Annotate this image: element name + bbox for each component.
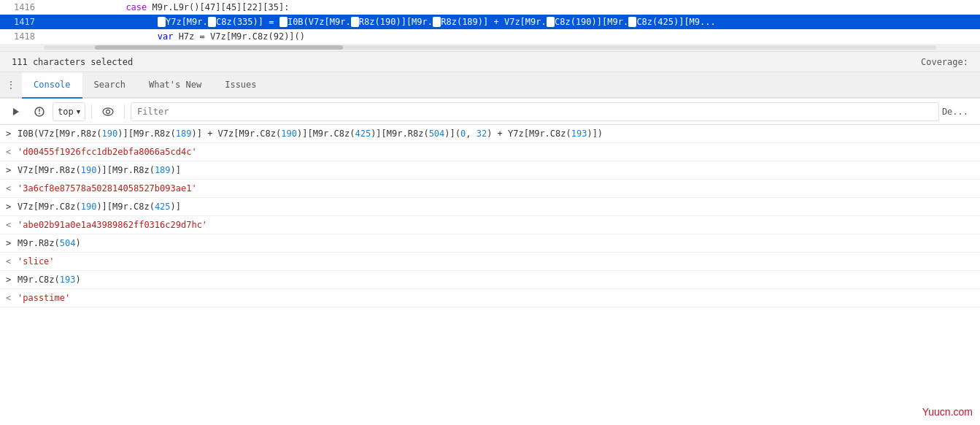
scrollbar-thumb[interactable] [95, 45, 343, 50]
code-editor: 1416 case M9r.L9r()[47][45][22][35]: 141… [0, 0, 980, 52]
entry-collapse-icon-4[interactable]: < [6, 182, 18, 195]
code-content-1418: var H7z = V7z[M9r.C8z(92)]() [44, 29, 980, 44]
eye-icon [102, 107, 114, 116]
svg-point-4 [103, 108, 113, 115]
code-line-1416: 1416 case M9r.L9r()[47][45][22][35]: [0, 0, 980, 15]
console-entry-8: < 'slice' [0, 253, 980, 271]
filter-input[interactable] [131, 102, 939, 121]
toolbar-divider [91, 104, 92, 119]
console-entry-2: < 'd00455f1926fcc1db2ebfa8066a5cd4c' [0, 143, 980, 161]
console-entry-6: < 'abe02b91a0e1a43989862ff0316c29d7hc' [0, 216, 980, 234]
execute-icon [11, 107, 21, 117]
entry-content-5: V7z[M9r.C8z(190)][M9r.C8z(425)] [18, 200, 974, 213]
clear-icon [34, 107, 45, 117]
tab-more-button[interactable]: ⋮ [0, 72, 22, 97]
entry-collapse-icon-2[interactable]: < [6, 145, 18, 158]
entry-expand-icon-5[interactable]: > [6, 200, 18, 213]
code-line-1417: 1417 ▶Y7z[M9r.▶C8z(335)] = ▶I0B(V7z[M9r.… [0, 15, 980, 29]
console-output: > I0B(V7z[M9r.R8z(190)][M9r.R8z(189)] + … [0, 125, 980, 425]
svg-point-5 [107, 110, 110, 113]
entry-collapse-icon-8[interactable]: < [6, 255, 18, 268]
entry-expand-icon-3[interactable]: > [6, 164, 18, 177]
tab-search-label: Search [94, 80, 126, 90]
console-toolbar: top ▼ De... [0, 99, 980, 125]
console-entry-10: < 'passtime' [0, 289, 980, 307]
console-entry-1: > I0B(V7z[M9r.R8z(190)][M9r.R8z(189)] + … [0, 125, 980, 143]
console-entries-list: > I0B(V7z[M9r.R8z(190)][M9r.R8z(189)] + … [0, 125, 980, 425]
context-selector[interactable]: top ▼ [53, 102, 85, 121]
tab-issues-label: Issues [225, 80, 256, 90]
entry-content-9: M9r.C8z(193) [18, 273, 974, 286]
scrollbar-track[interactable] [44, 45, 936, 50]
toolbar-divider2 [124, 104, 125, 119]
tab-whats-new-label: What's New [149, 80, 201, 90]
coverage-label: Coverage: [921, 57, 968, 67]
console-entry-3: > V7z[M9r.R8z(190)][M9r.R8z(189)] [0, 161, 980, 180]
devtools-extra-label: De... [942, 107, 974, 117]
live-expressions-button[interactable] [98, 102, 118, 122]
entry-content-7: M9r.R8z(504) [18, 237, 974, 250]
svg-marker-0 [13, 108, 19, 115]
tab-search[interactable]: Search [82, 72, 137, 99]
execute-button[interactable] [6, 102, 26, 122]
tab-issues[interactable]: Issues [213, 72, 268, 99]
console-entry-4: < '3a6cf8e87578a502814058527b093ae1' [0, 180, 980, 198]
entry-content-2: 'd00455f1926fcc1db2ebfa8066a5cd4c' [18, 145, 974, 158]
line-number-1417: 1417 [0, 15, 44, 29]
line-number-1418: 1418 [0, 29, 44, 44]
selected-chars-count: 111 characters selected [12, 57, 133, 67]
more-icon: ⋮ [7, 80, 15, 90]
code-line-1418: 1418 var H7z = V7z[M9r.C8z(92)]() [0, 29, 980, 44]
status-bar: 111 characters selected Coverage: [0, 52, 980, 72]
entry-expand-icon-1[interactable]: > [6, 127, 18, 140]
entry-collapse-icon-10[interactable]: < [6, 291, 18, 305]
dropdown-chevron-icon: ▼ [77, 108, 80, 115]
code-scrollbar[interactable] [0, 44, 980, 51]
entry-expand-icon-9[interactable]: > [6, 273, 18, 286]
code-content-1417: ▶Y7z[M9r.▶C8z(335)] = ▶I0B(V7z[M9r.▶R8z(… [44, 15, 980, 29]
tab-console-label: Console [34, 80, 71, 90]
svg-point-3 [39, 112, 40, 114]
entry-collapse-icon-6[interactable]: < [6, 218, 18, 231]
code-content-1416: case M9r.L9r()[47][45][22][35]: [44, 0, 980, 15]
entry-content-10: 'passtime' [18, 291, 974, 305]
console-entry-9: > M9r.C8z(193) [0, 271, 980, 289]
clear-console-button[interactable] [29, 102, 50, 122]
entry-expand-icon-7[interactable]: > [6, 237, 18, 250]
entry-content-1: I0B(V7z[M9r.R8z(190)][M9r.R8z(189)] + V7… [18, 127, 974, 140]
console-entry-7: > M9r.R8z(504) [0, 234, 980, 253]
devtools-tab-bar: ⋮ Console Search What's New Issues [0, 72, 980, 99]
tab-whats-new[interactable]: What's New [137, 72, 213, 99]
tab-console[interactable]: Console [22, 72, 82, 99]
entry-content-3: V7z[M9r.R8z(190)][M9r.R8z(189)] [18, 164, 974, 177]
entry-content-4: '3a6cf8e87578a502814058527b093ae1' [18, 182, 974, 195]
entry-content-6: 'abe02b91a0e1a43989862ff0316c29d7hc' [18, 218, 974, 231]
line-number-1416: 1416 [0, 0, 44, 15]
context-selector-label: top [58, 107, 74, 117]
console-entry-5: > V7z[M9r.C8z(190)][M9r.C8z(425)] [0, 198, 980, 216]
entry-content-8: 'slice' [18, 255, 974, 268]
